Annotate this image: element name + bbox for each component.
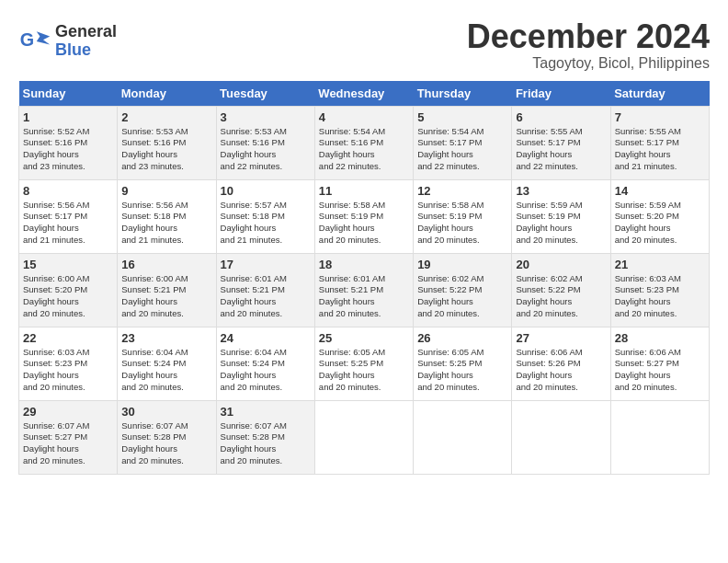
day-number: 3 bbox=[221, 110, 311, 124]
calendar-cell: 28 Sunrise: 6:06 AMSunset: 5:27 PMDaylig… bbox=[610, 327, 709, 400]
day-number: 22 bbox=[23, 331, 113, 345]
day-number: 30 bbox=[121, 405, 211, 419]
calendar-cell: 12 Sunrise: 5:58 AMSunset: 5:19 PMDaylig… bbox=[414, 179, 512, 253]
calendar-cell: 3 Sunrise: 5:53 AMSunset: 5:16 PMDayligh… bbox=[216, 106, 314, 179]
calendar-cell: 22 Sunrise: 6:03 AMSunset: 5:23 PMDaylig… bbox=[19, 327, 118, 400]
day-info: Sunrise: 5:59 AMSunset: 5:19 PMDaylight … bbox=[516, 200, 582, 245]
day-info: Sunrise: 6:00 AMSunset: 5:20 PMDaylight … bbox=[23, 273, 89, 318]
calendar-week-5: 29 Sunrise: 6:07 AMSunset: 5:27 PMDaylig… bbox=[19, 400, 710, 474]
day-info: Sunrise: 6:04 AMSunset: 5:24 PMDaylight … bbox=[221, 347, 287, 392]
calendar-cell: 17 Sunrise: 6:01 AMSunset: 5:21 PMDaylig… bbox=[216, 253, 314, 327]
day-number: 13 bbox=[516, 184, 606, 198]
dow-header-monday: Monday bbox=[118, 81, 216, 107]
calendar-week-3: 15 Sunrise: 6:00 AMSunset: 5:20 PMDaylig… bbox=[19, 253, 710, 327]
day-info: Sunrise: 5:58 AMSunset: 5:19 PMDaylight … bbox=[417, 200, 483, 245]
day-number: 29 bbox=[23, 405, 113, 419]
day-number: 15 bbox=[23, 258, 113, 271]
day-number: 20 bbox=[516, 258, 606, 271]
day-number: 17 bbox=[221, 258, 311, 271]
day-info: Sunrise: 5:53 AMSunset: 5:16 PMDaylight … bbox=[121, 126, 188, 171]
calendar-cell: 6 Sunrise: 5:55 AMSunset: 5:17 PMDayligh… bbox=[512, 106, 610, 179]
calendar-cell: 25 Sunrise: 6:05 AMSunset: 5:25 PMDaylig… bbox=[314, 327, 413, 400]
day-number: 24 bbox=[221, 331, 311, 345]
dow-header-sunday: Sunday bbox=[19, 81, 118, 107]
day-info: Sunrise: 6:07 AMSunset: 5:28 PMDaylight … bbox=[121, 420, 188, 465]
day-info: Sunrise: 6:07 AMSunset: 5:28 PMDaylight … bbox=[221, 420, 287, 465]
day-info: Sunrise: 6:03 AMSunset: 5:23 PMDaylight … bbox=[615, 273, 681, 318]
day-number: 26 bbox=[417, 331, 507, 345]
calendar-cell: 24 Sunrise: 6:04 AMSunset: 5:24 PMDaylig… bbox=[216, 327, 314, 400]
day-info: Sunrise: 6:00 AMSunset: 5:21 PMDaylight … bbox=[121, 273, 188, 318]
dow-header-wednesday: Wednesday bbox=[314, 81, 413, 107]
day-number: 23 bbox=[121, 331, 211, 345]
calendar-cell: 15 Sunrise: 6:00 AMSunset: 5:20 PMDaylig… bbox=[19, 253, 118, 327]
dow-header-thursday: Thursday bbox=[414, 81, 512, 107]
calendar-cell: 10 Sunrise: 5:57 AMSunset: 5:18 PMDaylig… bbox=[216, 179, 314, 253]
calendar-cell: 5 Sunrise: 5:54 AMSunset: 5:17 PMDayligh… bbox=[414, 106, 512, 179]
svg-text:G: G bbox=[20, 29, 34, 50]
day-number: 8 bbox=[23, 184, 113, 198]
day-number: 25 bbox=[319, 331, 409, 345]
day-number: 5 bbox=[417, 110, 507, 124]
day-info: Sunrise: 5:55 AMSunset: 5:17 PMDaylight … bbox=[516, 126, 582, 171]
dow-header-saturday: Saturday bbox=[610, 81, 709, 107]
day-number: 12 bbox=[417, 184, 507, 198]
calendar-week-1: 1 Sunrise: 5:52 AMSunset: 5:16 PMDayligh… bbox=[19, 106, 710, 179]
dow-header-tuesday: Tuesday bbox=[216, 81, 314, 107]
day-info: Sunrise: 6:01 AMSunset: 5:21 PMDaylight … bbox=[319, 273, 385, 318]
logo: G General Blue bbox=[18, 23, 117, 60]
calendar-week-4: 22 Sunrise: 6:03 AMSunset: 5:23 PMDaylig… bbox=[19, 327, 710, 400]
day-number: 18 bbox=[319, 258, 409, 271]
calendar-cell bbox=[314, 400, 413, 474]
calendar-cell: 30 Sunrise: 6:07 AMSunset: 5:28 PMDaylig… bbox=[118, 400, 216, 474]
day-number: 4 bbox=[319, 110, 409, 124]
calendar-cell: 26 Sunrise: 6:05 AMSunset: 5:25 PMDaylig… bbox=[414, 327, 512, 400]
day-info: Sunrise: 6:01 AMSunset: 5:21 PMDaylight … bbox=[221, 273, 287, 318]
day-info: Sunrise: 5:59 AMSunset: 5:20 PMDaylight … bbox=[615, 200, 681, 245]
logo-text: General Blue bbox=[55, 23, 117, 60]
day-info: Sunrise: 5:54 AMSunset: 5:16 PMDaylight … bbox=[319, 126, 385, 171]
day-info: Sunrise: 5:56 AMSunset: 5:17 PMDaylight … bbox=[23, 200, 89, 245]
day-number: 27 bbox=[516, 331, 606, 345]
calendar-cell: 29 Sunrise: 6:07 AMSunset: 5:27 PMDaylig… bbox=[19, 400, 118, 474]
day-number: 16 bbox=[121, 258, 211, 271]
day-number: 1 bbox=[23, 110, 113, 124]
day-info: Sunrise: 5:54 AMSunset: 5:17 PMDaylight … bbox=[417, 126, 483, 171]
calendar-cell: 4 Sunrise: 5:54 AMSunset: 5:16 PMDayligh… bbox=[314, 106, 413, 179]
day-info: Sunrise: 6:06 AMSunset: 5:27 PMDaylight … bbox=[615, 347, 681, 392]
calendar-cell: 11 Sunrise: 5:58 AMSunset: 5:19 PMDaylig… bbox=[314, 179, 413, 253]
day-number: 2 bbox=[121, 110, 211, 124]
dow-header-friday: Friday bbox=[512, 81, 610, 107]
calendar-cell bbox=[512, 400, 610, 474]
day-number: 19 bbox=[417, 258, 507, 271]
calendar-cell: 21 Sunrise: 6:03 AMSunset: 5:23 PMDaylig… bbox=[610, 253, 709, 327]
day-info: Sunrise: 5:52 AMSunset: 5:16 PMDaylight … bbox=[23, 126, 89, 171]
calendar-cell: 20 Sunrise: 6:02 AMSunset: 5:22 PMDaylig… bbox=[512, 253, 610, 327]
day-info: Sunrise: 6:03 AMSunset: 5:23 PMDaylight … bbox=[23, 347, 89, 392]
calendar-cell: 19 Sunrise: 6:02 AMSunset: 5:22 PMDaylig… bbox=[414, 253, 512, 327]
logo-line1: General bbox=[55, 22, 117, 40]
day-info: Sunrise: 6:02 AMSunset: 5:22 PMDaylight … bbox=[516, 273, 582, 318]
page-header: G General Blue December 2024 Tagoytoy, B… bbox=[18, 18, 710, 72]
day-info: Sunrise: 5:56 AMSunset: 5:18 PMDaylight … bbox=[121, 200, 188, 245]
calendar-cell: 13 Sunrise: 5:59 AMSunset: 5:19 PMDaylig… bbox=[512, 179, 610, 253]
day-info: Sunrise: 5:53 AMSunset: 5:16 PMDaylight … bbox=[221, 126, 287, 171]
day-number: 11 bbox=[319, 184, 409, 198]
day-info: Sunrise: 5:58 AMSunset: 5:19 PMDaylight … bbox=[319, 200, 385, 245]
day-number: 10 bbox=[221, 184, 311, 198]
calendar-cell: 1 Sunrise: 5:52 AMSunset: 5:16 PMDayligh… bbox=[19, 106, 118, 179]
day-number: 9 bbox=[121, 184, 211, 198]
day-number: 14 bbox=[615, 184, 705, 198]
calendar-cell bbox=[610, 400, 709, 474]
day-number: 7 bbox=[615, 110, 705, 124]
calendar-cell: 16 Sunrise: 6:00 AMSunset: 5:21 PMDaylig… bbox=[118, 253, 216, 327]
calendar-cell: 7 Sunrise: 5:55 AMSunset: 5:17 PMDayligh… bbox=[610, 106, 709, 179]
day-number: 31 bbox=[221, 405, 311, 419]
day-number: 28 bbox=[615, 331, 705, 345]
logo-icon: G bbox=[18, 25, 51, 58]
calendar-table: SundayMondayTuesdayWednesdayThursdayFrid… bbox=[18, 81, 710, 475]
day-info: Sunrise: 6:05 AMSunset: 5:25 PMDaylight … bbox=[417, 347, 483, 392]
day-info: Sunrise: 5:57 AMSunset: 5:18 PMDaylight … bbox=[221, 200, 287, 245]
calendar-cell: 14 Sunrise: 5:59 AMSunset: 5:20 PMDaylig… bbox=[610, 179, 709, 253]
calendar-cell: 2 Sunrise: 5:53 AMSunset: 5:16 PMDayligh… bbox=[118, 106, 216, 179]
